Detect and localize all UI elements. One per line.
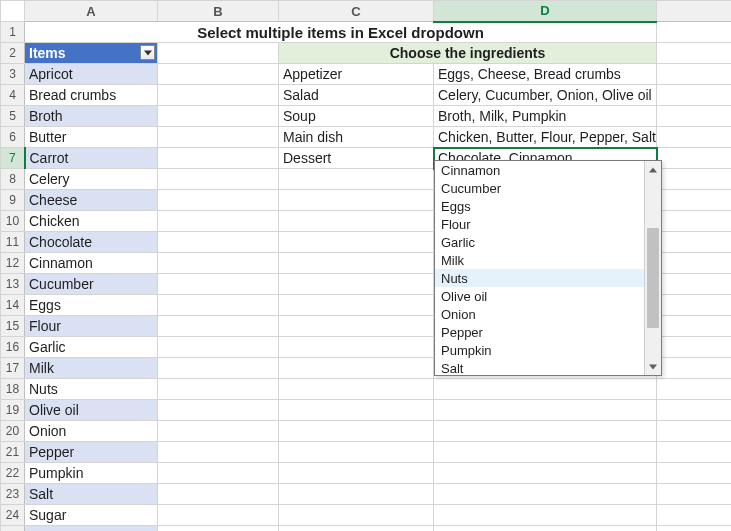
cell[interactable]: [279, 505, 434, 526]
cell[interactable]: [434, 400, 657, 421]
ingredients-cell[interactable]: Chicken, Butter, Flour, Pepper, Salt: [434, 127, 657, 148]
cell[interactable]: [657, 43, 732, 64]
item-cell[interactable]: Bread crumbs: [25, 85, 158, 106]
scroll-down-button[interactable]: [645, 358, 661, 375]
row-header-18[interactable]: 18: [1, 379, 25, 400]
cell[interactable]: [657, 379, 732, 400]
item-cell[interactable]: Cheese: [25, 190, 158, 211]
cell[interactable]: [657, 337, 732, 358]
cell[interactable]: [434, 463, 657, 484]
row-header-24[interactable]: 24: [1, 505, 25, 526]
col-header-A[interactable]: A: [25, 1, 158, 22]
row-header-7[interactable]: 7: [1, 148, 25, 169]
cell[interactable]: [657, 316, 732, 337]
cell[interactable]: [158, 127, 279, 148]
cell[interactable]: [657, 190, 732, 211]
cell[interactable]: [279, 421, 434, 442]
item-cell[interactable]: Pumpkin: [25, 463, 158, 484]
item-cell[interactable]: Milk: [25, 358, 158, 379]
cell[interactable]: [158, 337, 279, 358]
cell[interactable]: [434, 379, 657, 400]
dropdown-item[interactable]: Olive oil: [435, 287, 644, 305]
choose-ingredients-header[interactable]: Choose the ingredients: [279, 43, 657, 64]
item-cell[interactable]: Olive oil: [25, 400, 158, 421]
cell[interactable]: [158, 379, 279, 400]
course-cell[interactable]: Appetizer: [279, 64, 434, 85]
cell[interactable]: [657, 442, 732, 463]
scroll-up-button[interactable]: [645, 161, 661, 178]
col-header-B[interactable]: B: [158, 1, 279, 22]
cell[interactable]: [158, 316, 279, 337]
cell[interactable]: [279, 484, 434, 505]
cell[interactable]: [158, 358, 279, 379]
cell[interactable]: [657, 232, 732, 253]
cell[interactable]: [158, 484, 279, 505]
cell[interactable]: [158, 421, 279, 442]
cell[interactable]: [279, 169, 434, 190]
cell[interactable]: [279, 337, 434, 358]
item-cell[interactable]: Pepper: [25, 442, 158, 463]
cell[interactable]: [434, 421, 657, 442]
cell[interactable]: [657, 169, 732, 190]
cell[interactable]: [158, 64, 279, 85]
cell[interactable]: [657, 463, 732, 484]
row-header-2[interactable]: 2: [1, 43, 25, 64]
item-cell[interactable]: Cucumber: [25, 274, 158, 295]
item-cell[interactable]: Sugar: [25, 505, 158, 526]
cell[interactable]: [158, 442, 279, 463]
scroll-track[interactable]: [645, 178, 661, 358]
cell[interactable]: [434, 442, 657, 463]
cell[interactable]: [158, 211, 279, 232]
row-header-16[interactable]: 16: [1, 337, 25, 358]
col-header-blank[interactable]: [657, 1, 732, 22]
col-header-D[interactable]: D: [434, 1, 657, 22]
ingredients-cell[interactable]: Eggs, Cheese, Bread crumbs: [434, 64, 657, 85]
cell[interactable]: [158, 526, 279, 532]
row-header-12[interactable]: 12: [1, 253, 25, 274]
cell[interactable]: [158, 190, 279, 211]
cell[interactable]: [657, 64, 732, 85]
col-header-C[interactable]: C: [279, 1, 434, 22]
cell[interactable]: [158, 85, 279, 106]
dropdown-item[interactable]: Pepper: [435, 323, 644, 341]
cell[interactable]: [657, 106, 732, 127]
row-header-25[interactable]: 25: [1, 526, 25, 532]
cell[interactable]: [657, 148, 732, 169]
cell[interactable]: [657, 253, 732, 274]
item-cell[interactable]: Garlic: [25, 337, 158, 358]
cell[interactable]: [279, 358, 434, 379]
row-header-23[interactable]: 23: [1, 484, 25, 505]
cell[interactable]: [158, 169, 279, 190]
cell[interactable]: [279, 211, 434, 232]
ingredients-cell[interactable]: Celery, Cucumber, Onion, Olive oil: [434, 85, 657, 106]
dropdown-item[interactable]: Cinnamon: [435, 161, 644, 179]
dropdown-item[interactable]: Salt: [435, 359, 644, 375]
item-cell[interactable]: Nuts: [25, 379, 158, 400]
cell[interactable]: [657, 526, 732, 532]
course-cell[interactable]: Soup: [279, 106, 434, 127]
dropdown-item[interactable]: Nuts: [435, 269, 644, 287]
item-cell[interactable]: Chicken: [25, 211, 158, 232]
cell[interactable]: [279, 190, 434, 211]
course-cell[interactable]: Salad: [279, 85, 434, 106]
cell[interactable]: [657, 421, 732, 442]
course-cell[interactable]: Dessert: [279, 148, 434, 169]
row-header-14[interactable]: 14: [1, 295, 25, 316]
cell[interactable]: [279, 526, 434, 532]
row-header-17[interactable]: 17: [1, 358, 25, 379]
course-cell[interactable]: Main dish: [279, 127, 434, 148]
cell[interactable]: [279, 463, 434, 484]
cell[interactable]: [434, 484, 657, 505]
item-cell[interactable]: Flour: [25, 316, 158, 337]
cell[interactable]: [158, 274, 279, 295]
cell[interactable]: [279, 274, 434, 295]
row-header-21[interactable]: 21: [1, 442, 25, 463]
cell[interactable]: [158, 43, 279, 64]
item-cell[interactable]: Carrot: [25, 148, 158, 169]
item-cell[interactable]: Celery: [25, 169, 158, 190]
item-cell[interactable]: Butter: [25, 127, 158, 148]
cell[interactable]: [279, 442, 434, 463]
dropdown-item[interactable]: Garlic: [435, 233, 644, 251]
row-header-5[interactable]: 5: [1, 106, 25, 127]
cell[interactable]: [279, 379, 434, 400]
